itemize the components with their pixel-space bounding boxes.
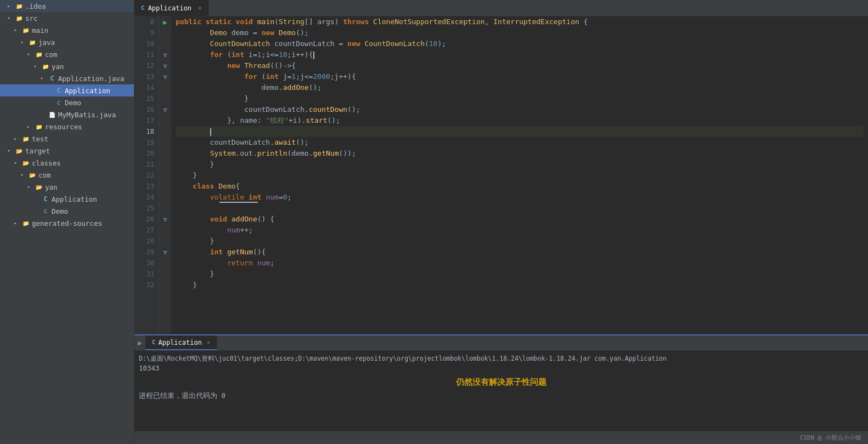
sidebar-item-resources[interactable]: ▸📁resources (0, 121, 134, 133)
sidebar-item-com[interactable]: ▾📁com (0, 48, 134, 60)
sidebar-item-classes[interactable]: ▾📂classes (0, 157, 134, 169)
gutter-27 (159, 225, 171, 236)
token-op (244, 193, 249, 201)
token-kw: class (193, 182, 214, 190)
line-number-14: 14 (139, 82, 154, 93)
sidebar-item-application-class[interactable]: CApplication (0, 84, 134, 96)
token-op (176, 193, 210, 201)
bp-arrow-icon: ▽ (164, 249, 167, 256)
sidebar-item-label: Application.java (58, 75, 124, 83)
sidebar-item-main[interactable]: ▾📁main (0, 24, 134, 36)
line-number-29: 29 (139, 247, 154, 258)
line-number-13: 13 (139, 71, 154, 82)
token-kw: public (176, 18, 201, 26)
token-kw: throws (343, 18, 369, 26)
code-line-28: } (176, 236, 864, 247)
gutter-18 (159, 126, 171, 137)
token-op (369, 18, 373, 26)
token-op: ; (288, 193, 292, 201)
line-number-31: 31 (139, 269, 154, 280)
token-op: } (176, 270, 214, 278)
token-num: 10 (429, 39, 438, 48)
token-cn: CloneNotSupportedException (373, 18, 485, 26)
gutter-19 (159, 137, 171, 148)
code-area[interactable]: 8910111213141516171819202122232425262728… (134, 16, 868, 334)
sidebar-item-yan[interactable]: ▾📁yan (0, 60, 134, 72)
sidebar-item-label: test (32, 135, 48, 143)
sidebar-item-java[interactable]: ▾📁java (0, 36, 134, 48)
bottom-tab-close[interactable]: ✕ (207, 339, 210, 345)
sidebar-item-demo-class[interactable]: cDemo (0, 96, 134, 109)
sidebar-item-applicationjava[interactable]: ▾CApplication.java (0, 72, 134, 84)
line-number-26: 26 (139, 214, 154, 225)
token-cn: InterruptedException (493, 18, 579, 26)
arrow-down-icon: ▾ (31, 62, 40, 71)
sidebar-item-label: Application (52, 195, 97, 203)
gutter-13: ▽ (159, 71, 171, 82)
token-kw: for (210, 50, 223, 59)
code-line-24: volatile int num=0; (176, 192, 864, 203)
code-line-17: }, name: "线程"+i).start(); (176, 115, 864, 126)
tab-label: Application (148, 4, 191, 12)
line-number-27: 27 (139, 225, 154, 236)
token-op: ;j++){ (330, 72, 356, 81)
sidebar-item-test[interactable]: ▸📁test (0, 133, 134, 145)
line-number-19: 19 (139, 137, 154, 148)
line-number-9: 9 (139, 27, 154, 38)
arrow-down-icon: ▾ (4, 14, 13, 22)
line-number-15: 15 (139, 93, 154, 104)
token-ret: return (227, 259, 253, 267)
sidebar-item-com2[interactable]: ▾📂com (0, 169, 134, 181)
token-op: { (309, 50, 313, 59)
token-op: +i). (289, 116, 306, 124)
token-op (176, 72, 244, 81)
token-op: } (176, 171, 197, 179)
line-number-11: 11 (139, 49, 154, 60)
token-fn: main (257, 18, 274, 26)
arrow-right-icon: ▸ (24, 122, 33, 131)
gutter-32 (159, 280, 171, 291)
sidebar-item-src[interactable]: ▾📁src (0, 12, 134, 24)
gutter-23 (159, 181, 171, 192)
sidebar-item-mybatis[interactable]: 📄MyMyBatis.java (0, 109, 134, 121)
java-file-icon: C (48, 74, 57, 83)
text-cursor (313, 52, 314, 59)
token-op: } (176, 94, 249, 103)
tab-application[interactable]: C Application ✕ (134, 0, 209, 16)
token-op: }, name: (176, 116, 266, 124)
line-number-22: 22 (139, 170, 154, 181)
token-op: (); (296, 138, 308, 146)
code-line-14: demo.addOne(); (176, 82, 864, 93)
token-fn: getNum (313, 149, 339, 157)
sidebar-item-target[interactable]: ▾📂target (0, 145, 134, 157)
token-kw: int (232, 50, 244, 59)
folder-icon: 📁 (35, 50, 43, 59)
token-cn: System (210, 149, 236, 157)
token-op: ++; (240, 226, 252, 234)
sidebar-item-label: com (38, 171, 51, 179)
sidebar-item-label: com (45, 50, 58, 59)
token-op: ;i++) (288, 50, 309, 59)
sidebar-item-generated-sources[interactable]: ▸📁generated-sources (0, 217, 134, 229)
gutter: ▶▽▽▽▽▽▽ (159, 16, 171, 334)
console-output: D:\桌面\RocketMQ\资料\juc01\target\classes;D… (134, 351, 868, 431)
gutter-25 (159, 203, 171, 214)
sidebar-item-demo2[interactable]: cDemo (0, 205, 134, 217)
sidebar-item-application2[interactable]: CApplication (0, 193, 134, 205)
bottom-tab-application[interactable]: C Application ✕ (145, 335, 217, 350)
token-op: ()); (339, 149, 356, 157)
token-op: { (579, 18, 588, 26)
tab-close-icon[interactable]: ✕ (198, 4, 202, 12)
warning-text: 仍然没有解决原子性问题 (139, 376, 864, 389)
line-number-17: 17 (139, 115, 154, 126)
token-cn: Demo (218, 182, 235, 190)
token-op (176, 215, 210, 223)
token-vol: volatile (210, 193, 245, 201)
bottom-panel-left-arrow[interactable]: ▶ (134, 335, 145, 350)
sidebar-item-yan2[interactable]: ▾📂yan (0, 181, 134, 193)
sidebar-item-idea[interactable]: ▸📁.idea (0, 0, 134, 12)
src-folder-icon: 📁 (15, 14, 24, 22)
token-op: = (279, 193, 283, 201)
folder-icon: 📁 (35, 122, 43, 131)
gutter-8: ▶ (159, 16, 171, 27)
